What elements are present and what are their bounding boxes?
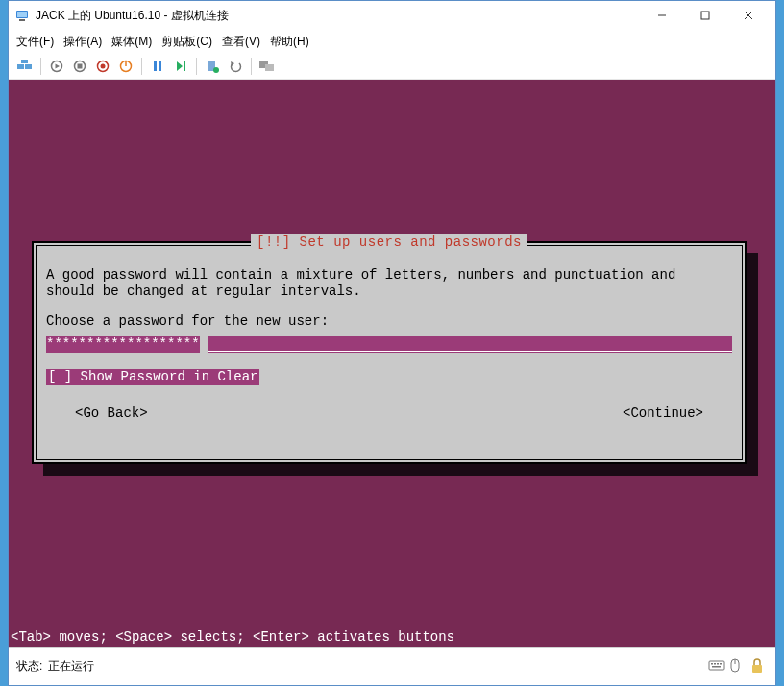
status-value: 正在运行 [48, 658, 94, 674]
svg-rect-4 [701, 12, 709, 19]
reset-button[interactable] [170, 56, 191, 77]
pause-button[interactable] [147, 56, 168, 77]
menu-action[interactable]: 操作(A) [63, 34, 102, 50]
menu-clipboard[interactable]: 剪贴板(C) [161, 34, 212, 50]
svg-rect-19 [159, 61, 161, 71]
svg-rect-21 [184, 61, 185, 71]
toolbar [9, 53, 775, 80]
show-password-checkbox[interactable]: [ ] Show Password in Clear [46, 369, 259, 385]
svg-rect-7 [17, 64, 24, 69]
menu-media[interactable]: 媒体(M) [111, 34, 152, 50]
checkpoint-button[interactable] [202, 56, 223, 77]
svg-rect-9 [21, 60, 28, 63]
minimize-button[interactable] [640, 2, 683, 29]
svg-rect-18 [154, 61, 157, 71]
close-button[interactable] [726, 2, 770, 29]
go-back-button[interactable]: <Go Back> [75, 405, 148, 422]
svg-rect-30 [717, 663, 719, 665]
keyboard-icon [708, 658, 725, 675]
svg-rect-32 [712, 666, 721, 668]
window-controls [640, 2, 770, 29]
svg-marker-20 [177, 61, 183, 71]
menu-file[interactable]: 文件(F) [16, 34, 54, 50]
svg-rect-1 [17, 12, 27, 17]
enhanced-session-button[interactable] [257, 56, 278, 77]
password-input[interactable]: ******************* [46, 336, 732, 353]
status-label: 状态: [16, 658, 42, 674]
continue-button[interactable]: <Continue> [623, 405, 703, 422]
svg-rect-31 [720, 663, 722, 665]
svg-rect-29 [714, 663, 716, 665]
window-title: JACK 上的 Ubuntu16.10 - 虚拟机连接 [36, 8, 640, 24]
app-icon [14, 8, 30, 23]
password-value: ******************* [46, 336, 200, 353]
dialog-message: A good password will contain a mixture o… [46, 267, 732, 300]
vm-connection-window: JACK 上的 Ubuntu16.10 - 虚拟机连接 文件(F) 操作(A) … [8, 0, 776, 686]
dialog-title: [!!] Set up users and passwords [251, 234, 527, 251]
titlebar[interactable]: JACK 上的 Ubuntu16.10 - 虚拟机连接 [9, 1, 775, 30]
ctrl-alt-del-button[interactable] [14, 56, 36, 77]
save-button[interactable] [115, 56, 136, 77]
svg-point-15 [101, 63, 106, 68]
svg-rect-27 [709, 661, 724, 670]
statusbar: 状态: 正在运行 [9, 647, 775, 685]
svg-rect-13 [78, 63, 83, 68]
installer-dialog: [!!] Set up users and passwords A good p… [32, 241, 747, 464]
turnoff-button[interactable] [69, 56, 90, 77]
text-cursor [200, 336, 208, 353]
mouse-icon [729, 658, 747, 675]
svg-point-23 [213, 67, 219, 73]
password-prompt: Choose a password for the new user: [46, 313, 329, 330]
lock-icon [750, 658, 768, 675]
menu-view[interactable]: 查看(V) [222, 34, 260, 50]
vm-display[interactable]: [!!] Set up users and passwords A good p… [9, 80, 775, 647]
shutdown-button[interactable] [92, 56, 113, 77]
start-button[interactable] [46, 56, 67, 77]
svg-rect-26 [265, 64, 274, 71]
svg-rect-35 [752, 665, 762, 673]
svg-rect-8 [25, 64, 32, 69]
svg-marker-11 [56, 63, 61, 68]
revert-button[interactable] [225, 56, 246, 77]
menu-help[interactable]: 帮助(H) [270, 34, 309, 50]
svg-rect-28 [711, 663, 713, 665]
keyboard-hint: <Tab> moves; <Space> selects; <Enter> ac… [9, 629, 775, 647]
maximize-button[interactable] [683, 2, 726, 29]
svg-rect-2 [19, 19, 25, 21]
menubar: 文件(F) 操作(A) 媒体(M) 剪贴板(C) 查看(V) 帮助(H) [9, 30, 775, 53]
